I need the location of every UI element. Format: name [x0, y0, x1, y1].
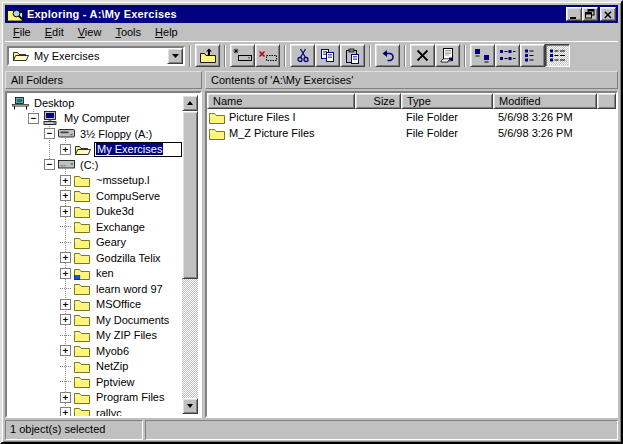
expand-toggle-icon[interactable]: + [60, 345, 71, 356]
scroll-down-icon[interactable] [182, 398, 198, 414]
cut-button[interactable] [290, 44, 315, 67]
folder-icon [74, 329, 92, 342]
address-value: My Exercises [34, 50, 167, 62]
toolbar-separator [464, 45, 466, 67]
window-controls [566, 7, 616, 21]
folder-icon [74, 360, 92, 373]
folder-shared-icon [74, 267, 92, 280]
copy-button[interactable] [315, 44, 340, 67]
paste-button[interactable] [340, 44, 365, 67]
tree-item-my-computer[interactable]: −My Computer [9, 111, 182, 127]
expand-toggle-icon[interactable]: + [60, 175, 71, 186]
tree-item-mssetup-l[interactable]: +~mssetup.l [9, 173, 182, 189]
file-row-m-z-picture-files[interactable]: M_Z Picture FilesFile Folder5/6/98 3:26 … [207, 125, 616, 141]
map-network-drive-button[interactable] [230, 44, 255, 67]
tree-item-program-files[interactable]: +Program Files [9, 390, 182, 406]
folder-open-icon [74, 143, 92, 156]
tree-label: NetZip [94, 359, 130, 373]
expand-toggle-icon[interactable]: + [60, 206, 71, 217]
tree-item-geary[interactable]: Geary [9, 235, 182, 251]
menu-file[interactable]: File [6, 24, 38, 40]
tree-item-learn-word-97[interactable]: learn word 97 [9, 281, 182, 297]
tree-label: CompuServe [94, 189, 162, 203]
disconnect-network-drive-button[interactable] [255, 44, 280, 67]
pane-headers: All Folders Contents of 'A:\My Exercises… [5, 71, 618, 89]
tree-item-netzip[interactable]: NetZip [9, 359, 182, 375]
properties-button[interactable] [435, 44, 460, 67]
menu-view[interactable]: View [71, 24, 109, 40]
up-one-level-button[interactable] [195, 44, 220, 67]
expand-toggle-icon[interactable]: + [60, 314, 71, 325]
expand-toggle-icon[interactable]: + [60, 299, 71, 310]
tree-item-myob6[interactable]: +Myob6 [9, 343, 182, 359]
delete-button[interactable] [410, 44, 435, 67]
tree-scrollbar[interactable] [182, 95, 198, 414]
toolbar: My Exercises [5, 41, 618, 70]
scroll-up-icon[interactable] [182, 95, 198, 111]
tree-item-godzilla-telix[interactable]: +Godzilla Telix [9, 250, 182, 266]
column-header-size[interactable]: Size [355, 93, 401, 109]
folder-icon [74, 282, 92, 295]
tree-item-my-exercises[interactable]: +My Exercises [9, 142, 182, 158]
tree-item-3-floppy-a[interactable]: −3½ Floppy (A:) [9, 126, 182, 142]
tree-item-my-zip-files[interactable]: My ZIP Files [9, 328, 182, 344]
file-row-picture-files-i[interactable]: Picture Files IFile Folder5/6/98 3:26 PM [207, 109, 616, 125]
tree-item-compuserve[interactable]: +CompuServe [9, 188, 182, 204]
small-icons-view-button[interactable] [495, 44, 520, 67]
menu-tools[interactable]: Tools [108, 24, 148, 40]
tree-item-msoffice[interactable]: +MSOffice [9, 297, 182, 313]
tree-item-c[interactable]: −(C:) [9, 157, 182, 173]
undo-button[interactable] [375, 44, 400, 67]
column-header-modified[interactable]: Modified [493, 93, 597, 109]
tree-item-exchange[interactable]: Exchange [9, 219, 182, 235]
tree-connector [60, 330, 71, 341]
collapse-toggle-icon[interactable]: − [28, 113, 39, 124]
rename-edit-box[interactable]: My Exercises [94, 142, 182, 157]
folder-icon [74, 298, 92, 311]
folder-icon [74, 220, 92, 233]
expand-toggle-icon[interactable]: + [60, 252, 71, 263]
collapse-toggle-icon[interactable]: − [44, 159, 55, 170]
collapse-toggle-icon[interactable]: − [44, 128, 55, 139]
expand-toggle-icon[interactable]: + [60, 190, 71, 201]
large-icons-view-button[interactable] [470, 44, 495, 67]
folder-icon [74, 236, 92, 249]
close-icon[interactable] [600, 7, 616, 21]
tree-label: My Documents [94, 313, 171, 327]
tree-connector [60, 376, 71, 387]
toolbar-separator [404, 45, 406, 67]
list-view-button[interactable] [520, 44, 545, 67]
expand-toggle-icon[interactable]: + [60, 407, 71, 416]
tree-connector [60, 361, 71, 372]
file-type: File Folder [401, 127, 493, 139]
column-header-type[interactable]: Type [401, 93, 493, 109]
file-type: File Folder [401, 111, 493, 123]
folder-icon [74, 174, 92, 187]
expand-toggle-icon[interactable]: + [60, 268, 71, 279]
folder-icon [74, 189, 92, 202]
tree-item-my-documents[interactable]: +My Documents [9, 312, 182, 328]
file-list: Picture Files IFile Folder5/6/98 3:26 PM… [207, 109, 616, 416]
expand-toggle-icon[interactable]: + [60, 144, 71, 155]
address-combobox[interactable]: My Exercises [7, 46, 185, 66]
title-bar[interactable]: Exploring - A:\My Exercises [5, 5, 618, 23]
file-name: Picture Files I [229, 111, 296, 123]
hard-drive-icon [58, 159, 76, 170]
tree-item-pptview[interactable]: Pptview [9, 374, 182, 390]
expand-toggle-icon[interactable]: + [60, 392, 71, 403]
menu-help[interactable]: Help [148, 24, 185, 40]
combobox-dropdown-button[interactable] [167, 48, 183, 64]
tree-label: Geary [94, 235, 128, 249]
minimize-button[interactable] [566, 7, 582, 21]
folder-icon [74, 344, 92, 357]
column-header-name[interactable]: Name [207, 93, 355, 109]
toolbar-separator [224, 45, 226, 67]
details-view-button[interactable] [545, 44, 570, 67]
tree-item-rallyc[interactable]: +rallyc [9, 405, 182, 416]
tree-item-duke3d[interactable]: +Duke3d [9, 204, 182, 220]
menu-edit[interactable]: Edit [38, 24, 71, 40]
restore-button[interactable] [582, 7, 598, 21]
scrollbar-thumb[interactable] [182, 111, 198, 279]
tree-item-desktop[interactable]: Desktop [9, 95, 182, 111]
tree-item-ken[interactable]: +ken [9, 266, 182, 282]
